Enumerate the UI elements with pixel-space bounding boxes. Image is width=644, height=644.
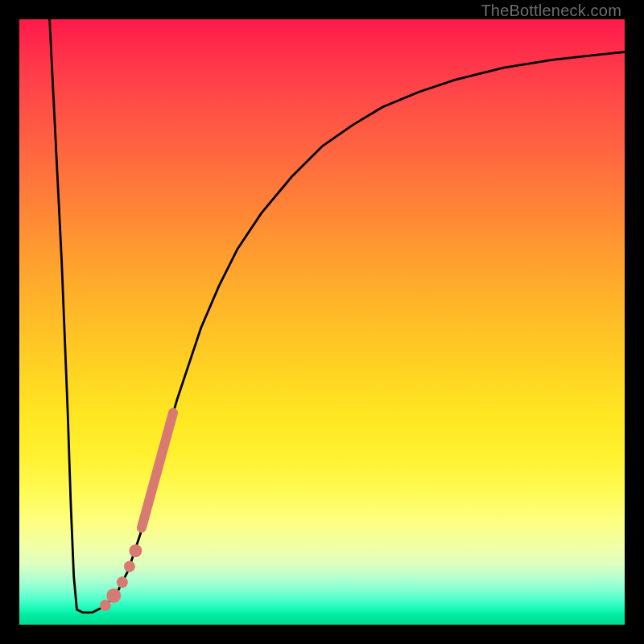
watermark-text: TheBottleneck.com xyxy=(481,2,621,20)
dot-5 xyxy=(100,600,111,611)
dot-1 xyxy=(129,544,142,557)
thick-segment xyxy=(142,413,173,528)
dot-4 xyxy=(106,588,121,603)
dot-2 xyxy=(124,561,135,572)
plot-area xyxy=(19,19,625,625)
chart-frame: TheBottleneck.com xyxy=(0,0,644,644)
dot-3 xyxy=(117,576,128,588)
bottleneck-curve xyxy=(50,19,625,613)
chart-svg xyxy=(19,19,625,625)
